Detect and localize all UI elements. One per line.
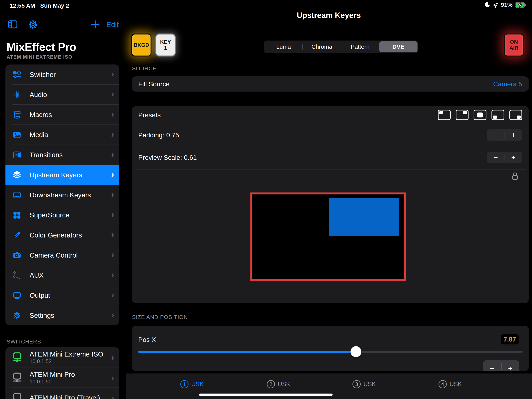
chevron-right-icon: › [111,110,114,118]
app-settings-gear-button[interactable] [28,19,38,30]
app-title: MixEffect Pro [6,40,76,53]
main-panel: Upstream Keyers BKGD KEY 1 Luma Chroma P… [126,0,532,399]
sidebar-item-downstream-keyers[interactable]: Downstream Keyers › [6,185,119,205]
fill-source-value[interactable]: Camera 5 [493,80,522,88]
preview-scale-decrement-button[interactable]: − [494,153,498,162]
switcher-ip: 10.0.1.52 [30,359,103,365]
chevron-right-icon: › [111,90,114,98]
sidebar-item-label: Macros [30,111,52,119]
chevron-right-icon: › [111,352,114,363]
chevron-right-icon: › [111,291,114,298]
sidebar-item-camera-control[interactable]: Camera Control › [6,245,119,265]
usk-4-number: 4 [438,380,447,388]
pos-x-value-badge[interactable]: 7.87 [501,334,519,344]
sidebar-item-transitions[interactable]: Transitions › [6,145,119,165]
pip-bottom-left-icon[interactable] [492,110,504,120]
sidebar-item-switcher[interactable]: Switcher › [6,64,119,84]
pip-top-left-icon[interactable] [438,110,451,120]
pos-x-card: Pos X 7.87 − + [132,326,529,371]
chevron-right-icon: › [111,70,114,78]
tab-usk-3[interactable]: 3 USK [352,380,376,388]
moon-icon [484,1,490,8]
battery-percent: 91% [501,1,513,8]
key1-button-number: 1 [164,45,167,51]
preview-scale-stepper: − + [487,152,522,163]
switcher-icon [13,70,21,79]
sidebar-item-settings[interactable]: Settings › [6,305,119,325]
preset-buttons [438,110,522,120]
fill-source-row[interactable]: Fill Source Camera 5 [132,76,529,91]
tab-luma[interactable]: Luma [265,41,303,52]
pos-x-increment-button[interactable]: + [508,364,512,371]
on-air-button[interactable]: ON AIR [504,33,524,57]
dve-key-rectangle[interactable] [329,198,399,237]
key1-button[interactable]: KEY 1 [155,33,176,57]
tab-usk-4[interactable]: 4 USK [438,380,462,388]
pos-x-slider-thumb[interactable] [350,346,361,357]
padding-decrement-button[interactable]: − [494,131,498,139]
switchers-list: ATEM Mini Extreme ISO 10.0.1.52 › ATEM M… [6,347,119,399]
chevron-right-icon: › [111,231,114,238]
pos-x-decrement-button[interactable]: − [490,364,494,371]
chevron-right-icon: › [111,270,114,278]
sidebar-item-label: Transitions [30,151,63,159]
padding-stepper: − + [487,129,522,141]
sidebar-item-supersource[interactable]: SuperSource › [6,205,119,225]
sidebar-item-audio[interactable]: Audio › [6,84,119,105]
on-air-label: ON [510,39,518,45]
camera-icon [13,251,21,260]
sidebar-item-output[interactable]: Output › [6,285,119,305]
pos-x-slider[interactable] [138,351,523,353]
sidebar-item-upstream-keyers[interactable]: Upstream Keyers › [6,165,119,185]
padding-increment-button[interactable]: + [511,131,515,139]
pip-bottom-right-icon[interactable] [509,110,522,120]
supersource-icon [13,211,21,219]
sidebar-item-color-generators[interactable]: Color Generators › [6,225,119,245]
sidebar-item-label: Downstream Keyers [30,191,91,199]
bkgd-button[interactable]: BKGD [131,33,152,57]
pip-top-right-icon[interactable] [456,110,469,120]
pos-x-label: Pos X [138,336,156,343]
usk-2-label: USK [278,381,290,388]
aux-cable-icon [13,271,21,280]
preview-scale-increment-button[interactable]: + [511,153,515,162]
padding-label: Padding: 0.75 [138,131,179,139]
sidebar-toggle-button[interactable] [7,19,18,29]
switcher-row-atem-mini-extreme-iso[interactable]: ATEM Mini Extreme ISO 10.0.1.52 › [6,347,119,367]
dve-preview-canvas[interactable] [250,193,406,281]
tab-usk-2[interactable]: 2 USK [267,380,290,388]
pos-x-slider-fill [138,351,356,353]
tab-usk-1[interactable]: 1 USK [180,380,204,388]
home-indicator[interactable] [199,393,333,396]
fill-source-label: Fill Source [138,80,170,88]
switcher-name: ATEM Mini Extreme ISO [30,350,103,358]
tab-dve[interactable]: DVE [379,41,418,52]
location-icon [493,2,499,8]
usk-3-label: USK [363,381,376,388]
chevron-right-icon: › [111,130,114,138]
clock: 12:55 AM [10,2,35,9]
divider [135,169,526,169]
sidebar: Edit MixEffect Pro ATEM MINI EXTREME ISO… [0,0,126,399]
edit-button[interactable]: Edit [106,21,119,29]
bkgd-button-label: BKGD [133,42,149,48]
sidebar-item-aux[interactable]: AUX › [6,265,119,285]
chevron-right-icon: › [111,170,114,178]
switcher-row-atem-mini-pro[interactable]: ATEM Mini Pro 10.0.1.50 › [6,367,119,388]
chevron-right-icon: › [111,311,114,319]
audio-icon [13,90,21,99]
media-icon [13,130,21,139]
switcher-row-atem-mini-pro-travel[interactable]: ATEM Mini Pro (Travel) › [6,388,119,399]
sidebar-item-macros[interactable]: Macros › [6,105,119,125]
sidebar-item-media[interactable]: Media › [6,125,119,145]
pos-x-stepper: − + [483,360,519,371]
pip-center-icon[interactable] [474,110,487,120]
transitions-icon [13,150,21,159]
sidebar-item-label: Color Generators [30,231,82,239]
network-device-icon [12,392,23,399]
tab-pattern[interactable]: Pattern [341,41,379,52]
tab-chroma[interactable]: Chroma [303,41,341,52]
lock-icon[interactable] [511,172,519,181]
add-button[interactable] [91,20,100,29]
chevron-right-icon: › [111,393,114,399]
